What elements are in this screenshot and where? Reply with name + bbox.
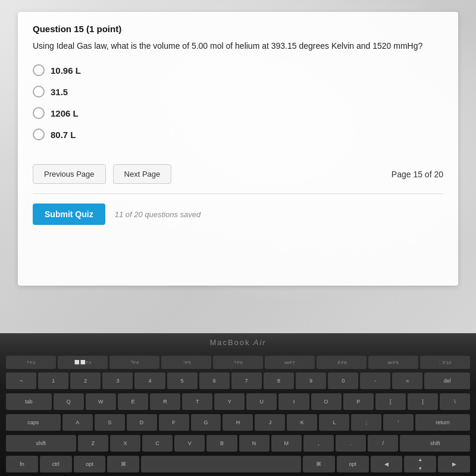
- key-f3[interactable]: ⬜⬜ F3: [58, 356, 108, 369]
- key-bracket-r[interactable]: ]: [408, 393, 438, 410]
- key-bracket-l[interactable]: [: [375, 393, 406, 410]
- key-slash[interactable]: /: [368, 435, 398, 452]
- divider: [33, 193, 443, 194]
- key-semicolon[interactable]: ;: [351, 414, 381, 431]
- key-d[interactable]: D: [127, 414, 157, 431]
- key-l[interactable]: L: [319, 414, 349, 431]
- key-minus[interactable]: -: [360, 372, 390, 389]
- key-arrow-r[interactable]: ▶: [438, 456, 470, 472]
- key-p[interactable]: P: [343, 393, 374, 410]
- key-f8[interactable]: ⏸ F8: [317, 356, 367, 369]
- previous-page-button[interactable]: Previous Page: [33, 164, 106, 184]
- key-a[interactable]: A: [62, 414, 93, 431]
- key-f[interactable]: F: [159, 414, 189, 431]
- answer-option-a[interactable]: 10.96 L: [33, 64, 443, 76]
- key-delete[interactable]: del: [424, 372, 470, 389]
- key-option-r[interactable]: opt: [337, 456, 369, 472]
- key-0[interactable]: 0: [328, 372, 358, 389]
- key-w[interactable]: W: [86, 393, 116, 410]
- key-shift-l[interactable]: shift: [6, 435, 76, 452]
- key-backslash[interactable]: \: [440, 393, 470, 410]
- screen: Question 15 (1 point) Using Ideal Gas la…: [0, 0, 476, 333]
- key-o[interactable]: O: [311, 393, 342, 410]
- answer-label-d: 80.7 L: [51, 130, 76, 140]
- answer-label-b: 31.5: [51, 87, 68, 97]
- answer-label-c: 1206 L: [51, 108, 79, 118]
- radio-c[interactable]: [33, 107, 45, 119]
- key-2[interactable]: 2: [70, 372, 101, 389]
- key-1[interactable]: 1: [38, 372, 68, 389]
- key-f5[interactable]: ☽ F5: [161, 356, 211, 369]
- key-fn[interactable]: fn: [6, 456, 38, 472]
- key-space[interactable]: [141, 456, 301, 472]
- key-return[interactable]: return: [415, 414, 470, 431]
- key-y[interactable]: Y: [214, 393, 245, 410]
- key-shift-r[interactable]: shift: [400, 435, 470, 452]
- key-f2[interactable]: ☀ F2: [6, 356, 56, 369]
- key-option[interactable]: opt: [74, 456, 106, 472]
- key-f10[interactable]: ⬚ F10: [420, 356, 470, 369]
- key-e[interactable]: E: [118, 393, 148, 410]
- key-x[interactable]: X: [110, 435, 140, 452]
- key-t[interactable]: T: [182, 393, 212, 410]
- radio-d[interactable]: [33, 129, 45, 140]
- key-k[interactable]: K: [287, 414, 317, 431]
- answer-option-d[interactable]: 80.7 L: [33, 129, 443, 140]
- next-page-button[interactable]: Next Page: [113, 164, 172, 184]
- submit-quiz-button[interactable]: Submit Quiz: [33, 203, 105, 225]
- key-row-4: shift Z X C V B N M , . / shift: [0, 434, 476, 453]
- quiz-container: Question 15 (1 point) Using Ideal Gas la…: [18, 12, 458, 286]
- key-f4[interactable]: ⠿ F4: [109, 356, 159, 369]
- key-comma[interactable]: ,: [303, 435, 334, 452]
- key-arrow-u[interactable]: ▲: [418, 456, 422, 464]
- key-period[interactable]: .: [336, 435, 366, 452]
- key-arrow-l[interactable]: ◀: [371, 456, 403, 472]
- key-j[interactable]: J: [255, 414, 285, 431]
- key-8[interactable]: 8: [264, 372, 294, 389]
- page-indicator: Page 15 of 20: [392, 170, 443, 179]
- question-header: Question 15 (1 point): [33, 24, 443, 34]
- key-g[interactable]: G: [191, 414, 221, 431]
- key-tilde[interactable]: ~: [6, 372, 36, 389]
- keyboard-area: ☀ F2 ⬜⬜ F3 ⠿ F4 ☽ F5 ☀ F6 ⏮ F7 ⏸ F8 ⏭ F9: [0, 351, 476, 476]
- key-u[interactable]: U: [246, 393, 277, 410]
- key-c[interactable]: C: [142, 435, 173, 452]
- answer-option-b[interactable]: 31.5: [33, 86, 443, 98]
- radio-b[interactable]: [33, 86, 45, 98]
- key-quote[interactable]: ': [383, 414, 414, 431]
- key-arrow-d[interactable]: ▼: [418, 465, 422, 473]
- key-v[interactable]: V: [174, 435, 205, 452]
- key-row-1: ~ 1 2 3 4 5 6 7 8 9 0 - = del: [0, 371, 476, 390]
- key-row-2: tab Q W E R T Y U I O P [ ] \: [0, 392, 476, 411]
- key-row-3: caps A S D F G H J K L ; ' return: [0, 413, 476, 432]
- key-plus[interactable]: =: [392, 372, 422, 389]
- key-cmd-r[interactable]: ⌘: [303, 456, 335, 472]
- key-7[interactable]: 7: [231, 372, 262, 389]
- key-caps[interactable]: caps: [6, 414, 61, 431]
- radio-a[interactable]: [33, 64, 45, 76]
- key-9[interactable]: 9: [296, 372, 326, 389]
- key-3[interactable]: 3: [102, 372, 133, 389]
- key-ctrl[interactable]: ctrl: [40, 456, 72, 472]
- key-f7[interactable]: ⏮ F7: [265, 356, 315, 369]
- saved-status: 11 of 20 questions saved: [115, 210, 201, 219]
- key-r[interactable]: R: [150, 393, 180, 410]
- key-f9[interactable]: ⏭ F9: [368, 356, 418, 369]
- key-i[interactable]: I: [278, 393, 309, 410]
- key-h[interactable]: H: [223, 414, 253, 431]
- key-q[interactable]: Q: [54, 393, 84, 410]
- key-z[interactable]: Z: [78, 435, 108, 452]
- key-n[interactable]: N: [239, 435, 270, 452]
- key-s[interactable]: S: [95, 414, 125, 431]
- function-key-row: ☀ F2 ⬜⬜ F3 ⠿ F4 ☽ F5 ☀ F6 ⏮ F7 ⏸ F8 ⏭ F9: [0, 351, 476, 371]
- key-5[interactable]: 5: [167, 372, 198, 389]
- key-b[interactable]: B: [206, 435, 237, 452]
- key-cmd-l[interactable]: ⌘: [107, 456, 139, 472]
- key-m[interactable]: M: [271, 435, 302, 452]
- navigation-row: Previous Page Next Page Page 15 of 20: [33, 158, 443, 184]
- answer-option-c[interactable]: 1206 L: [33, 107, 443, 119]
- key-tab[interactable]: tab: [6, 393, 52, 410]
- key-f6[interactable]: ☀ F6: [213, 356, 263, 369]
- key-6[interactable]: 6: [199, 372, 230, 389]
- key-4[interactable]: 4: [134, 372, 165, 389]
